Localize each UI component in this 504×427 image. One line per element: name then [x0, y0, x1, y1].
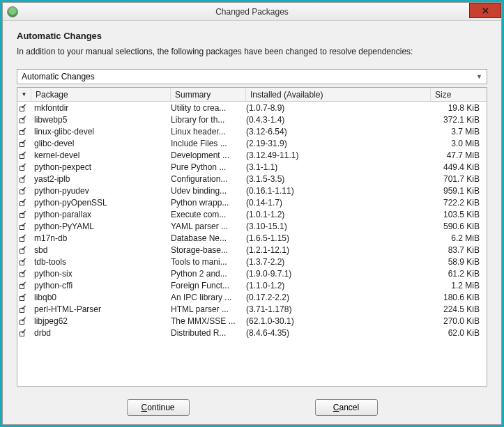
- status-icon: [17, 245, 31, 255]
- table-row[interactable]: libwebp5Library for th...(0.4.3-1.4)372.…: [17, 114, 487, 125]
- cell-summary: YAML parser ...: [171, 222, 246, 231]
- close-button[interactable]: ✕: [469, 3, 501, 18]
- cell-summary: Storage-base...: [171, 245, 246, 255]
- status-icon: [17, 127, 31, 137]
- changes-dropdown[interactable]: Automatic Changes ▼: [17, 69, 487, 84]
- cell-installed: (2.19-31.9): [246, 139, 431, 148]
- cell-size: 19.8 KiB: [431, 103, 487, 113]
- continue-button[interactable]: Continue: [127, 399, 190, 416]
- cell-installed: (1.2.1-12.1): [246, 245, 431, 255]
- table-header: ▼ Package Summary Installed (Available) …: [17, 88, 487, 102]
- status-icon: [17, 281, 31, 290]
- cell-package: libjpeg62: [31, 316, 171, 326]
- table-row[interactable]: perl-HTML-ParserHTML parser ...(3.71-1.1…: [17, 303, 487, 315]
- cell-summary: Python 2 and...: [171, 269, 246, 279]
- cell-installed: (1.0.7-8.9): [246, 103, 431, 113]
- cell-summary: Configuration...: [171, 174, 246, 184]
- cell-summary: The MMX/SSE ...: [171, 316, 246, 326]
- titlebar: Changed Packages ✕: [3, 3, 501, 21]
- page-heading: Automatic Changes: [17, 31, 487, 41]
- window-title: Changed Packages: [3, 7, 501, 17]
- table-row[interactable]: glibc-develInclude Files ...(2.19-31.9)3…: [17, 137, 487, 149]
- install-check-icon: [20, 175, 29, 182]
- chevron-down-icon: ▼: [476, 73, 482, 80]
- table-row[interactable]: yast2-iplbConfiguration...(3.1.5-3.5)701…: [17, 173, 487, 185]
- cell-installed: (1.1.0-1.2): [246, 281, 431, 290]
- cell-package: python-PyYAML: [31, 222, 171, 231]
- column-sort-indicator[interactable]: ▼: [17, 88, 31, 101]
- table-row[interactable]: python-parallaxExecute com...(1.0.1-1.2)…: [17, 208, 487, 220]
- cell-installed: (3.1-1.1): [246, 162, 431, 172]
- status-icon: [17, 139, 31, 148]
- table-row[interactable]: mkfontdirUtility to crea...(1.0.7-8.9)19…: [17, 102, 487, 114]
- table-row[interactable]: python-pyudevUdev binding...(0.16.1-1.11…: [17, 185, 487, 196]
- table-row[interactable]: python-pexpectPure Python ...(3.1-1.1)44…: [17, 161, 487, 173]
- cell-package: tdb-tools: [31, 257, 171, 267]
- table-row[interactable]: python-cffiForeign Funct...(1.1.0-1.2)1.…: [17, 279, 487, 291]
- cancel-label: ancel: [339, 403, 359, 412]
- status-icon: [17, 115, 31, 125]
- column-summary[interactable]: Summary: [171, 88, 246, 101]
- table-row[interactable]: tdb-toolsTools to mani...(1.3.7-2.2)58.9…: [17, 256, 487, 267]
- install-check-icon: [20, 151, 29, 158]
- cell-size: 62.0 KiB: [431, 328, 487, 338]
- cell-size: 722.2 KiB: [431, 198, 487, 208]
- content-area: Automatic Changes In addition to your ma…: [3, 21, 501, 392]
- table-row[interactable]: m17n-dbDatabase Ne...(1.6.5-1.15)6.2 MiB: [17, 232, 487, 244]
- cell-size: 224.5 KiB: [431, 304, 487, 314]
- dialog-window: Changed Packages ✕ Automatic Changes In …: [2, 2, 502, 425]
- cell-package: kernel-devel: [31, 150, 171, 160]
- cell-installed: (0.16.1-1.11): [246, 186, 431, 196]
- status-icon: [17, 210, 31, 219]
- table-row[interactable]: drbdDistributed R...(8.4.6-4.35)62.0 KiB: [17, 327, 487, 339]
- cell-summary: Library for th...: [171, 115, 246, 125]
- table-row[interactable]: linux-glibc-develLinux header...(3.12-6.…: [17, 125, 487, 137]
- table-row[interactable]: sbdStorage-base...(1.2.1-12.1)83.7 KiB: [17, 244, 487, 256]
- status-icon: [17, 328, 31, 338]
- cell-package: yast2-iplb: [31, 174, 171, 184]
- install-check-icon: [20, 127, 29, 134]
- install-check-icon: [20, 199, 29, 205]
- column-size[interactable]: Size: [431, 88, 487, 101]
- cell-installed: (0.4.3-1.4): [246, 115, 431, 125]
- column-package[interactable]: Package: [31, 88, 171, 101]
- install-check-icon: [20, 139, 29, 146]
- cell-size: 61.2 KiB: [431, 269, 487, 279]
- cell-package: glibc-devel: [31, 139, 171, 148]
- cell-size: 83.7 KiB: [431, 245, 487, 255]
- cell-size: 1.2 MiB: [431, 281, 487, 290]
- install-check-icon: [20, 329, 29, 336]
- cell-installed: (0.17.2-2.2): [246, 293, 431, 302]
- page-subtext: In addition to your manual selections, t…: [17, 47, 487, 56]
- column-installed[interactable]: Installed (Available): [246, 88, 431, 101]
- cell-size: 103.5 KiB: [431, 210, 487, 219]
- cell-installed: (1.6.5-1.15): [246, 233, 431, 243]
- status-icon: [17, 103, 31, 113]
- status-icon: [17, 186, 31, 196]
- cell-package: python-pyOpenSSL: [31, 198, 171, 208]
- cell-summary: Pure Python ...: [171, 162, 246, 172]
- continue-accel: C: [141, 403, 147, 412]
- table-row[interactable]: kernel-develDevelopment ...(3.12.49-11.1…: [17, 149, 487, 161]
- cell-installed: (3.12.49-11.1): [246, 150, 431, 160]
- cell-summary: Udev binding...: [171, 186, 246, 196]
- cell-package: libqb0: [31, 293, 171, 302]
- install-check-icon: [20, 246, 29, 253]
- cell-summary: Distributed R...: [171, 328, 246, 338]
- cancel-button[interactable]: Cancel: [315, 399, 378, 416]
- cell-size: 270.0 KiB: [431, 316, 487, 326]
- table-row[interactable]: python-sixPython 2 and...(1.9.0-9.7.1)61…: [17, 267, 487, 279]
- install-check-icon: [20, 163, 29, 170]
- table-row[interactable]: python-PyYAMLYAML parser ...(3.10-15.1)5…: [17, 220, 487, 232]
- install-check-icon: [20, 293, 29, 300]
- cell-package: drbd: [31, 328, 171, 338]
- status-icon: [17, 233, 31, 243]
- cell-package: python-pyudev: [31, 186, 171, 196]
- table-row[interactable]: libjpeg62The MMX/SSE ...(62.1.0-30.1)270…: [17, 315, 487, 327]
- cell-package: python-pexpect: [31, 162, 171, 172]
- cell-size: 47.7 MiB: [431, 150, 487, 160]
- cell-installed: (62.1.0-30.1): [246, 316, 431, 326]
- table-row[interactable]: python-pyOpenSSLPython wrapp...(0.14-1.7…: [17, 196, 487, 208]
- table-row[interactable]: libqb0An IPC library ...(0.17.2-2.2)180.…: [17, 291, 487, 303]
- cell-summary: Development ...: [171, 150, 246, 160]
